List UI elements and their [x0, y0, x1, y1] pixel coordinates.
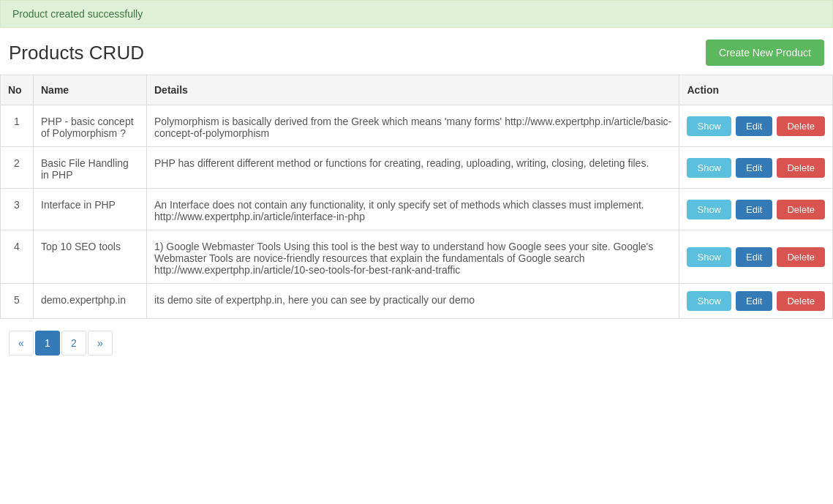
col-name: Name: [34, 75, 147, 105]
edit-button[interactable]: Edit: [736, 116, 772, 136]
row-action: Show Edit Delete: [679, 105, 833, 147]
row-no: 4: [1, 230, 34, 284]
action-buttons: Show Edit Delete: [687, 158, 825, 178]
table-row: 5 demo.expertphp.in its demo site of exp…: [1, 284, 833, 319]
pagination-next[interactable]: »: [88, 331, 113, 356]
row-details: 1) Google Webmaster Tools Using this too…: [147, 230, 679, 284]
products-table: No Name Details Action 1 PHP - basic con…: [0, 75, 833, 319]
row-action: Show Edit Delete: [679, 284, 833, 319]
products-table-container: No Name Details Action 1 PHP - basic con…: [0, 75, 833, 319]
success-message: Product created successfully: [12, 8, 143, 20]
row-name: demo.expertphp.in: [34, 284, 147, 319]
page-title: Products CRUD: [9, 42, 144, 64]
table-header: No Name Details Action: [1, 75, 833, 105]
row-name: Top 10 SEO tools: [34, 230, 147, 284]
pagination: « 1 2 »: [0, 319, 833, 367]
show-button[interactable]: Show: [687, 247, 731, 267]
table-row: 3 Interface in PHP An Interface does not…: [1, 189, 833, 230]
row-action: Show Edit Delete: [679, 147, 833, 189]
row-no: 2: [1, 147, 34, 189]
create-new-product-button[interactable]: Create New Product: [706, 40, 824, 66]
row-details: An Interface does not contain any functi…: [147, 189, 679, 230]
edit-button[interactable]: Edit: [736, 158, 772, 178]
delete-button[interactable]: Delete: [777, 116, 825, 136]
col-action: Action: [679, 75, 833, 105]
action-buttons: Show Edit Delete: [687, 200, 825, 219]
page-header: Products CRUD Create New Product: [0, 28, 833, 75]
row-details: its demo site of expertphp.in, here you …: [147, 284, 679, 319]
show-button[interactable]: Show: [687, 200, 731, 219]
col-details: Details: [147, 75, 679, 105]
row-name: Basic File Handling in PHP: [34, 147, 147, 189]
success-banner: Product created successfully: [0, 0, 833, 28]
pagination-prev[interactable]: «: [9, 331, 34, 356]
show-button[interactable]: Show: [687, 116, 731, 136]
delete-button[interactable]: Delete: [777, 247, 825, 267]
row-no: 1: [1, 105, 34, 147]
action-buttons: Show Edit Delete: [687, 247, 825, 267]
delete-button[interactable]: Delete: [777, 200, 825, 219]
table-row: 2 Basic File Handling in PHP PHP has dif…: [1, 147, 833, 189]
show-button[interactable]: Show: [687, 158, 731, 178]
row-action: Show Edit Delete: [679, 189, 833, 230]
row-action: Show Edit Delete: [679, 230, 833, 284]
row-name: PHP - basic concept of Polymorphism ?: [34, 105, 147, 147]
delete-button[interactable]: Delete: [777, 158, 825, 178]
row-details: PHP has different different method or fu…: [147, 147, 679, 189]
row-name: Interface in PHP: [34, 189, 147, 230]
table-body: 1 PHP - basic concept of Polymorphism ? …: [1, 105, 833, 319]
edit-button[interactable]: Edit: [736, 247, 772, 267]
row-no: 5: [1, 284, 34, 319]
row-details: Polymorphism is basically derived from t…: [147, 105, 679, 147]
table-row: 4 Top 10 SEO tools 1) Google Webmaster T…: [1, 230, 833, 284]
edit-button[interactable]: Edit: [736, 200, 772, 219]
action-buttons: Show Edit Delete: [687, 291, 825, 311]
pagination-page-2[interactable]: 2: [61, 331, 86, 356]
edit-button[interactable]: Edit: [736, 291, 772, 311]
col-no: No: [1, 75, 34, 105]
table-row: 1 PHP - basic concept of Polymorphism ? …: [1, 105, 833, 147]
pagination-page-1[interactable]: 1: [35, 331, 60, 356]
row-no: 3: [1, 189, 34, 230]
delete-button[interactable]: Delete: [777, 291, 825, 311]
action-buttons: Show Edit Delete: [687, 116, 825, 136]
show-button[interactable]: Show: [687, 291, 731, 311]
